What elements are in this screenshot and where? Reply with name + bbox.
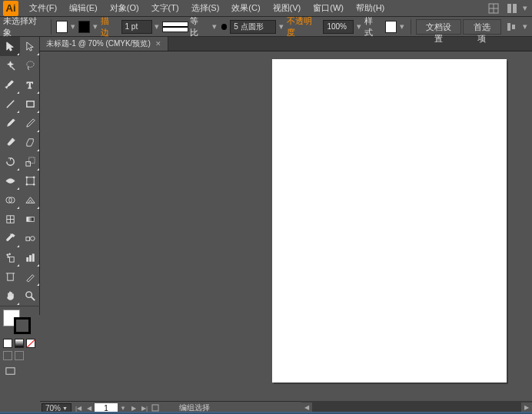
document-tab-bar: 未标题-1 @ 70% (CMYK/预览) ✕ bbox=[40, 37, 532, 51]
change-screen-mode[interactable] bbox=[0, 362, 20, 381]
arrange-dropdown[interactable]: ▾ bbox=[521, 3, 529, 13]
control-bar: 未选择对象 ▾ ▾ 描边 ▾ 等比 ▾ ▾ 不透明度 ▾ 样式 ▾ 文档设置 首… bbox=[0, 17, 532, 37]
color-mode-solid[interactable] bbox=[3, 339, 12, 348]
preferences-button[interactable]: 首选项 bbox=[463, 19, 500, 35]
svg-rect-24 bbox=[26, 217, 33, 222]
eraser-tool[interactable] bbox=[20, 133, 40, 152]
fill-swatch[interactable] bbox=[56, 21, 68, 33]
svg-point-18 bbox=[33, 184, 35, 185]
style-swatch[interactable] bbox=[385, 21, 397, 33]
scale-tool[interactable] bbox=[20, 152, 40, 171]
svg-rect-12 bbox=[25, 162, 30, 167]
menu-help[interactable]: 帮助(H) bbox=[350, 0, 391, 16]
opacity-label[interactable]: 不透明度 bbox=[287, 15, 319, 38]
width-tool[interactable] bbox=[0, 171, 20, 190]
direct-selection-tool[interactable] bbox=[20, 37, 40, 56]
type-tool[interactable]: T bbox=[20, 75, 40, 94]
slice-tool[interactable] bbox=[20, 267, 40, 286]
stroke-label[interactable]: 描边 bbox=[101, 15, 117, 38]
opacity-input[interactable] bbox=[323, 20, 354, 34]
rotate-tool[interactable] bbox=[0, 152, 20, 171]
menu-edit[interactable]: 编辑(E) bbox=[63, 0, 104, 16]
menu-type[interactable]: 文字(T) bbox=[145, 0, 185, 16]
pen-tool[interactable] bbox=[0, 75, 20, 94]
grid-icon[interactable] bbox=[486, 2, 501, 15]
svg-point-26 bbox=[30, 237, 35, 241]
perspective-grid-tool[interactable] bbox=[20, 190, 40, 210]
svg-rect-39 bbox=[5, 368, 14, 374]
menu-effect[interactable]: 效果(C) bbox=[225, 0, 266, 16]
svg-line-38 bbox=[31, 296, 35, 300]
fill-stroke-control[interactable] bbox=[0, 306, 40, 337]
menu-select[interactable]: 选择(S) bbox=[185, 0, 226, 16]
menu-file[interactable]: 文件(F) bbox=[23, 0, 63, 16]
document-tab-title: 未标题-1 @ 70% (CMYK/预览) bbox=[46, 38, 151, 49]
app-logo: Ai bbox=[3, 1, 18, 16]
opacity-dropdown[interactable]: ▾ bbox=[355, 22, 362, 31]
style-dropdown[interactable]: ▾ bbox=[398, 22, 405, 31]
brush-dropdown[interactable]: ▾ bbox=[278, 22, 284, 31]
stroke-weight-dropdown[interactable]: ▾ bbox=[154, 22, 161, 31]
column-graph-tool[interactable] bbox=[20, 248, 40, 267]
svg-rect-27 bbox=[9, 257, 14, 263]
svg-rect-11 bbox=[26, 101, 33, 108]
svg-rect-25 bbox=[25, 237, 29, 241]
rectangle-tool[interactable] bbox=[20, 94, 40, 114]
profile-dropdown[interactable]: ▾ bbox=[211, 22, 218, 31]
symbol-sprayer-tool[interactable] bbox=[0, 248, 20, 267]
lasso-tool[interactable] bbox=[20, 56, 40, 75]
svg-rect-4 bbox=[513, 4, 517, 13]
align-icon[interactable] bbox=[504, 20, 519, 34]
svg-line-7 bbox=[11, 66, 15, 70]
close-tab-icon[interactable]: ✕ bbox=[155, 40, 161, 48]
paintbrush-tool[interactable] bbox=[0, 114, 20, 133]
align-dropdown[interactable]: ▾ bbox=[522, 22, 529, 31]
arrange-documents-icon[interactable] bbox=[504, 2, 520, 15]
svg-point-28 bbox=[6, 254, 8, 256]
stroke-dropdown[interactable]: ▾ bbox=[91, 22, 98, 31]
svg-rect-6 bbox=[512, 25, 515, 29]
color-mode-none[interactable] bbox=[26, 339, 35, 348]
magic-wand-tool[interactable] bbox=[0, 56, 20, 75]
screen-mode-full[interactable] bbox=[15, 351, 24, 360]
brush-dot-icon bbox=[221, 24, 228, 30]
stroke-color-icon[interactable] bbox=[14, 317, 31, 334]
eyedropper-tool[interactable] bbox=[0, 229, 20, 248]
menu-view[interactable]: 视图(V) bbox=[267, 0, 308, 16]
fill-dropdown[interactable]: ▾ bbox=[69, 22, 76, 31]
svg-rect-31 bbox=[26, 258, 28, 262]
stroke-swatch[interactable] bbox=[78, 21, 90, 33]
stroke-weight-input[interactable] bbox=[121, 20, 152, 34]
menu-window[interactable]: 窗口(W) bbox=[307, 0, 350, 16]
svg-point-8 bbox=[26, 61, 33, 68]
blob-brush-tool[interactable] bbox=[0, 133, 20, 152]
document-tab[interactable]: 未标题-1 @ 70% (CMYK/预览) ✕ bbox=[40, 37, 168, 51]
shape-builder-tool[interactable] bbox=[0, 190, 20, 210]
free-transform-tool[interactable] bbox=[20, 171, 40, 190]
selection-status: 未选择对象 bbox=[3, 15, 43, 38]
svg-rect-34 bbox=[7, 273, 13, 280]
hand-tool[interactable] bbox=[0, 286, 20, 306]
pencil-tool[interactable] bbox=[20, 114, 40, 133]
brush-definition-input[interactable] bbox=[230, 20, 276, 34]
document-setup-button[interactable]: 文档设置 bbox=[416, 19, 462, 35]
svg-point-16 bbox=[33, 177, 35, 178]
selection-tool[interactable] bbox=[0, 37, 20, 56]
svg-rect-14 bbox=[26, 177, 33, 184]
svg-rect-3 bbox=[507, 4, 511, 13]
stroke-profile[interactable] bbox=[162, 22, 188, 32]
artboard-tool[interactable] bbox=[0, 267, 20, 286]
zoom-tool[interactable] bbox=[20, 286, 40, 306]
gradient-tool[interactable] bbox=[20, 210, 40, 229]
artboard[interactable] bbox=[272, 59, 507, 383]
blend-tool[interactable] bbox=[20, 229, 40, 248]
mesh-tool[interactable] bbox=[0, 210, 20, 229]
toolbox: T bbox=[0, 37, 40, 315]
color-mode-gradient[interactable] bbox=[15, 339, 24, 348]
line-segment-tool[interactable] bbox=[0, 94, 20, 114]
screen-mode-normal[interactable] bbox=[3, 351, 12, 360]
svg-text:T: T bbox=[26, 79, 32, 91]
menu-object[interactable]: 对象(O) bbox=[104, 0, 145, 16]
svg-rect-33 bbox=[32, 254, 34, 261]
svg-point-17 bbox=[25, 184, 27, 185]
